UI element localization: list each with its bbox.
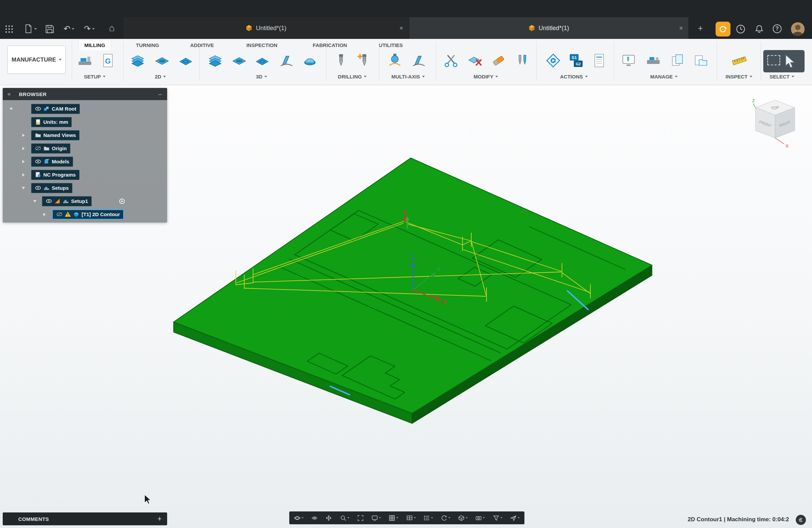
browser-item-cam-root[interactable]: CAM Root (31, 104, 80, 114)
eye-icon[interactable] (311, 515, 318, 521)
undo-button[interactable]: ↶ (63, 24, 74, 33)
tab-milling[interactable]: MILLING (78, 40, 111, 50)
browser-item-origin[interactable]: Origin (31, 143, 70, 153)
view-cube[interactable]: TOP FRONT RIGHT Z X (752, 98, 795, 148)
group-multi-axis[interactable]: MULTI-AXIS (391, 74, 425, 79)
group-manage[interactable]: MANAGE (650, 74, 678, 79)
new-tab-button[interactable]: + (693, 17, 708, 39)
browser-item-models[interactable]: Models (31, 157, 73, 167)
camera-icon[interactable] (475, 515, 485, 521)
trim-scissors-icon[interactable] (443, 53, 459, 68)
eye-off-icon[interactable] (56, 211, 62, 218)
task-manager-icon[interactable] (693, 53, 709, 68)
chevron-down-icon[interactable] (10, 107, 13, 110)
close-tab-icon[interactable]: × (399, 24, 403, 32)
workspace-switcher[interactable]: MANUFACTURE (8, 46, 66, 74)
tab-utilities[interactable]: UTILITIES (374, 40, 408, 50)
tab-turning[interactable]: TURNING (131, 40, 164, 50)
browser-item-setups[interactable]: Setups (31, 183, 72, 193)
tab-additive[interactable]: ADDITIVE (185, 40, 219, 50)
paper-plane-icon[interactable] (510, 515, 520, 521)
browser-item-setup1[interactable]: Setup1 (42, 196, 92, 206)
eye-off-icon[interactable] (35, 145, 41, 151)
group-actions[interactable]: ACTIONS (560, 74, 588, 79)
delete-toolpath-icon[interactable] (467, 53, 483, 68)
document-tab-1[interactable]: Untitled*(1) × (124, 17, 409, 39)
edit-tools-icon[interactable] (514, 53, 530, 68)
machine-library-icon[interactable] (646, 53, 661, 68)
chevron-right-icon[interactable] (22, 134, 25, 137)
refresh-icon[interactable] (441, 515, 450, 521)
part-body[interactable] (174, 158, 652, 424)
3d-parallel-icon[interactable] (255, 53, 270, 68)
eye-icon[interactable] (35, 158, 41, 165)
eye-icon[interactable] (35, 185, 41, 191)
2d-adaptive-icon[interactable] (154, 53, 170, 68)
new-setup-icon[interactable] (77, 53, 93, 68)
chevron-right-icon[interactable] (22, 173, 25, 177)
tab-fabrication[interactable]: FABRICATION (307, 40, 352, 50)
split-window-icon[interactable] (406, 515, 416, 521)
orbit-icon[interactable] (294, 515, 304, 521)
2d-contour-icon[interactable] (178, 53, 193, 68)
group-select[interactable]: SELECT (769, 74, 794, 79)
tool-library-icon[interactable] (621, 53, 636, 68)
job-status-clock-icon[interactable] (736, 24, 745, 34)
minimize-panel-icon[interactable]: – (158, 91, 162, 98)
redo-button[interactable]: ↷ (84, 24, 95, 33)
browser-item-2d-contour[interactable]: [T1] 2D Contour (52, 209, 124, 220)
browser-item-units[interactable]: Units: mm (31, 117, 72, 127)
simulate-icon[interactable] (546, 53, 561, 68)
measure-ruler-icon[interactable] (731, 53, 747, 68)
app-launcher-grid-icon[interactable] (5, 25, 14, 33)
file-menu[interactable] (24, 24, 37, 33)
help-icon[interactable]: ? (773, 24, 782, 33)
user-avatar[interactable] (791, 22, 804, 36)
templates-icon[interactable] (670, 53, 685, 68)
funnel-icon[interactable] (493, 515, 503, 521)
group-3d[interactable]: 3D (256, 74, 267, 79)
multiaxis-swarf-icon[interactable] (411, 53, 426, 68)
tap-icon[interactable] (357, 53, 372, 68)
assistant-icon[interactable] (796, 515, 806, 525)
group-inspect[interactable]: INSPECT (725, 74, 752, 79)
2d-face-icon[interactable] (130, 53, 145, 68)
drill-icon[interactable] (333, 53, 349, 68)
list-icon[interactable] (424, 515, 433, 521)
magnifier-icon[interactable] (340, 515, 349, 521)
fit-corners-icon[interactable] (357, 515, 364, 521)
group-2d[interactable]: 2D (155, 74, 166, 79)
collapse-panel-icon[interactable]: « (8, 91, 11, 98)
tab-inspection[interactable]: INSPECTION (241, 40, 283, 50)
close-tab-icon[interactable]: × (679, 24, 683, 32)
notifications-bell-icon[interactable] (754, 24, 764, 34)
chevron-down-icon[interactable] (21, 187, 25, 189)
chevron-down-icon[interactable] (33, 200, 37, 202)
extensions-icon[interactable] (715, 21, 730, 36)
comments-bar[interactable]: COMMENTS + (3, 512, 167, 525)
group-setup[interactable]: SETUP (84, 74, 105, 79)
eye-icon[interactable] (35, 105, 41, 112)
setup-sheet-icon[interactable] (591, 53, 607, 68)
monitor-icon[interactable] (372, 515, 381, 521)
gcode-setup-icon[interactable]: G (100, 53, 116, 68)
grid-icon[interactable] (389, 515, 398, 521)
add-comment-icon[interactable]: + (157, 514, 162, 523)
window-selection-icon[interactable] (767, 55, 780, 65)
eraser-icon[interactable] (491, 53, 506, 68)
home-icon[interactable]: ⌂ (109, 24, 115, 32)
eye-icon[interactable] (46, 198, 52, 204)
chevron-right-icon[interactable] (43, 213, 46, 216)
document-tab-2[interactable]: Untitled*(1) × (409, 17, 689, 39)
cube-icon[interactable] (458, 515, 467, 521)
3d-swarf-icon[interactable] (279, 53, 294, 68)
3d-pocket-icon[interactable] (231, 53, 247, 68)
3d-adaptive-icon[interactable] (207, 53, 223, 68)
group-drilling[interactable]: DRILLING (338, 74, 367, 79)
group-modify[interactable]: MODIFY (474, 74, 498, 79)
chevron-right-icon[interactable] (22, 160, 25, 163)
3d-scallop-icon[interactable] (302, 53, 318, 68)
multiaxis-contour-icon[interactable] (387, 53, 403, 68)
select-cursor-icon[interactable] (784, 54, 797, 69)
browser-item-nc-programs[interactable]: NC Programs (31, 170, 79, 180)
